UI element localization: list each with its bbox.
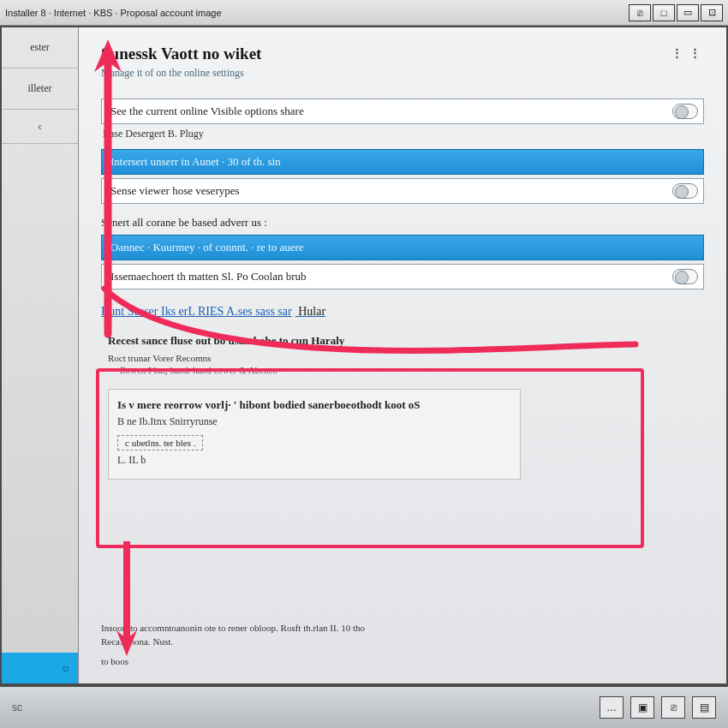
footer-line-3: to boos bbox=[101, 654, 704, 669]
option-row-2-label: Intersert unserr in Aunet · 30 of th. si… bbox=[110, 155, 281, 169]
card-dashed-button[interactable]: c ubetlns. ter bles . bbox=[117, 435, 203, 451]
card-line: B ne Ib.Itnx Snirryrunse bbox=[117, 415, 511, 428]
option-row-1[interactable]: See the current online Visible options s… bbox=[101, 98, 704, 124]
info-block-heading: Recest sance fluse out bo usan hobe to c… bbox=[108, 334, 697, 348]
info-block-line-2: — flowen I bat, hand. hand cower & Abene… bbox=[108, 365, 697, 375]
option-row-4-label: Oannec · Kuurmey · of connnt. · re to au… bbox=[110, 241, 304, 254]
section-2-label: Senert all corane be based adverr us : bbox=[101, 216, 704, 230]
option-row-4-selected[interactable]: Oannec · Kuurmey · of connnt. · re to au… bbox=[101, 235, 704, 260]
option-row-1-label: See the current online Visible options s… bbox=[110, 104, 304, 118]
toggle-3[interactable] bbox=[672, 183, 698, 199]
sidebar-item-1[interactable]: illeter bbox=[2, 69, 78, 110]
page-subtitle: Manage it of on the online settings bbox=[101, 67, 704, 80]
footer-line-2: Reca. Soona. Nust. bbox=[101, 635, 704, 649]
sidebar-item-0[interactable]: ester bbox=[2, 27, 78, 69]
option-row-3-label: Sense viewer hose veserypes bbox=[110, 184, 240, 198]
os-titlebar: Installer 8 · Internet · KBS · Proposal … bbox=[0, 0, 728, 26]
app-window: ester illeter ‹ ○ ⋮ ⋮ Sunessk Vaott no w… bbox=[0, 26, 728, 685]
sidebar-collapse-icon[interactable]: ‹ bbox=[2, 110, 78, 144]
os-title-text: Installer 8 · Internet · KBS · Proposal … bbox=[5, 8, 222, 18]
option-row-2-selected[interactable]: Intersert unserr in Aunet · 30 of th. si… bbox=[101, 149, 704, 175]
card-bold-line: Is v mere reorrow vorlj· ' hibont bodied… bbox=[117, 398, 511, 412]
card-foot: L. IL b bbox=[117, 454, 511, 467]
window-control-minimize[interactable]: □ bbox=[653, 4, 675, 21]
option-row-5[interactable]: Issemaechoert th matten Sl. Po Coolan br… bbox=[101, 264, 704, 289]
link-text: Runt Sesser Iks erL RIES A.ses sass sar bbox=[101, 305, 292, 318]
link-suffix: Hular bbox=[295, 305, 325, 318]
sidebar: ester illeter ‹ ○ bbox=[2, 27, 79, 683]
main-panel: ⋮ ⋮ Sunessk Vaott no wiket Manage it of … bbox=[79, 27, 726, 683]
link-line[interactable]: Runt Sesser Iks erL RIES A.ses sass sar … bbox=[101, 305, 704, 319]
tray-icon-4[interactable]: ▤ bbox=[692, 696, 716, 719]
footer-text: Insoort to accomntoanonin ote to rener o… bbox=[101, 621, 704, 669]
taskbar: sc … ▣ ⎚ ▤ bbox=[0, 685, 728, 728]
sidebar-accent-button[interactable]: ○ bbox=[2, 653, 78, 683]
more-menu-icon[interactable]: ⋮ ⋮ bbox=[671, 46, 702, 59]
info-block-line-1: Roct trunar Vorer Recomns bbox=[108, 353, 697, 363]
tray-icon-1[interactable]: … bbox=[600, 696, 624, 719]
option-row-5-label: Issemaechoert th matten Sl. Po Coolan br… bbox=[110, 270, 307, 283]
toggle-5[interactable] bbox=[672, 269, 698, 284]
taskbar-left-label: sc bbox=[12, 701, 22, 713]
option-row-1-caption: Base Desergert B. Plugy bbox=[103, 128, 704, 140]
nested-card: Is v mere reorrow vorlj· ' hibont bodied… bbox=[108, 389, 521, 480]
window-control-maximize[interactable]: ▭ bbox=[677, 4, 699, 21]
circle-icon: ○ bbox=[63, 661, 69, 675]
window-control-a[interactable]: ⎚ bbox=[629, 4, 651, 21]
toggle-1[interactable] bbox=[672, 104, 698, 119]
footer-line-1: Insoort to accomntoanonin ote to rener o… bbox=[101, 621, 704, 636]
tray-icon-3[interactable]: ⎚ bbox=[661, 696, 685, 719]
page-title: Sunessk Vaott no wiket bbox=[101, 45, 704, 63]
option-row-3[interactable]: Sense viewer hose veserypes bbox=[101, 178, 704, 204]
info-block: Recest sance fluse out bo usan hobe to c… bbox=[101, 327, 704, 490]
window-control-close[interactable]: ⊡ bbox=[701, 4, 723, 21]
tray-icon-2[interactable]: ▣ bbox=[630, 696, 654, 719]
